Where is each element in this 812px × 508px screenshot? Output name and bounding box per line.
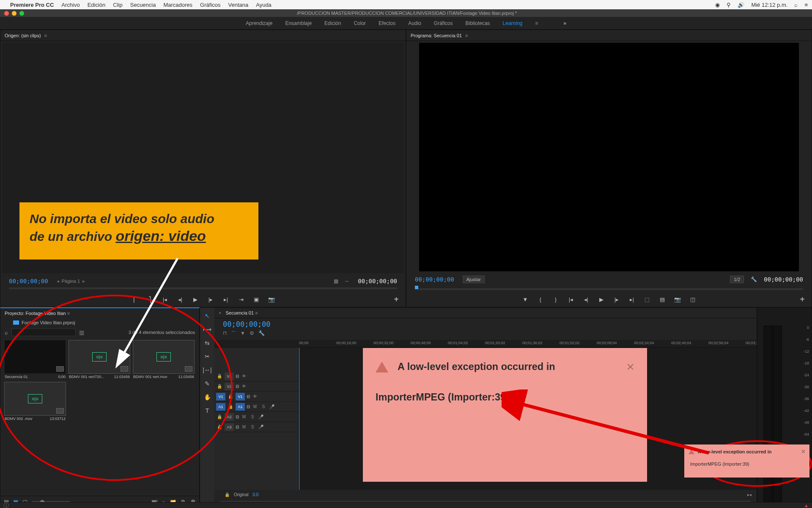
audio-track-header[interactable]: 🔒A3⊟MS🎤 [214, 422, 299, 432]
video-track-header[interactable]: 🔒V3⊟👁 [214, 371, 299, 381]
status-warning-icon[interactable]: ▲ [804, 503, 809, 508]
sync-lock-icon[interactable]: ⊟ [236, 384, 239, 389]
source-tab[interactable]: Origen: (sin clips) [5, 33, 41, 38]
menu-marcadores[interactable]: Marcadores [163, 2, 192, 8]
wifi-icon[interactable]: ⚲ [727, 2, 731, 8]
ws-aprendizaje[interactable]: Aprendizaje [246, 20, 272, 26]
mute-icon[interactable]: M [241, 425, 247, 429]
program-tab[interactable]: Programa: Secuencia 01 [411, 33, 462, 38]
track-target[interactable]: V3 [225, 373, 234, 380]
maximize-window-icon[interactable] [19, 11, 24, 16]
menu-secuencia[interactable]: Secuencia [130, 2, 156, 8]
ws-graficos[interactable]: Gráficos [434, 20, 453, 26]
timeline-ruler[interactable]: 00;0000;00;16;0000;00;32;0000;00;48;0000… [214, 340, 757, 348]
video-track-header[interactable]: V1🔒V1⊟👁 [214, 392, 299, 402]
close-window-icon[interactable] [4, 11, 9, 16]
mark-out-prog-icon[interactable]: } [552, 296, 560, 303]
project-thumb[interactable]: Secuencia 010;00 [5, 340, 66, 379]
program-tc-right[interactable]: 00;00;00;00 [764, 276, 803, 283]
play-prog-icon[interactable]: ▶ [598, 296, 605, 303]
page-next-icon[interactable]: ▸ [82, 278, 85, 284]
program-tab-menu-icon[interactable]: ≡ [465, 33, 468, 38]
lock-icon[interactable]: 🔒 [216, 425, 223, 429]
video-track-header[interactable]: 🔒V2⊟👁 [214, 381, 299, 392]
program-quality-icon[interactable]: 🔧 [751, 276, 757, 282]
source-scrubber[interactable] [9, 287, 397, 289]
sync-lock-icon[interactable]: ⊟ [236, 414, 239, 419]
razor-tool-icon[interactable]: ✂ [203, 352, 212, 361]
ws-edicion[interactable]: Edición [324, 20, 341, 26]
project-tab[interactable]: Proyecto: Footage Video Itian [5, 311, 66, 316]
menu-archivo[interactable]: Archivo [61, 2, 80, 8]
spotlight-icon[interactable]: ⌕ [794, 2, 798, 8]
hand-tool-icon[interactable]: ✋ [203, 392, 212, 402]
add-marker-icon[interactable]: ▼ [521, 296, 529, 303]
cc-icon[interactable]: ◉ [715, 2, 720, 8]
source-tab-menu-icon[interactable]: ≡ [44, 33, 47, 38]
program-scrubber[interactable] [415, 288, 803, 290]
ws-ensamblaje[interactable]: Ensamblaje [285, 20, 312, 26]
ripple-tool-icon[interactable]: ⇆ [203, 338, 212, 348]
track-select-tool-icon[interactable]: ⟼ [203, 325, 212, 334]
lock-original-icon[interactable]: 🔒 [225, 492, 230, 497]
voiceover-icon[interactable]: 🎤 [258, 425, 264, 429]
track-target[interactable]: V1 [236, 393, 245, 400]
program-viewer[interactable] [419, 43, 799, 271]
timeline-timecode[interactable]: 00;00;00;00 [223, 320, 271, 329]
menu-graficos[interactable]: Gráficos [200, 2, 220, 8]
minimize-window-icon[interactable] [12, 11, 16, 16]
sync-lock-icon[interactable]: ⊟ [247, 394, 250, 399]
menu-ventana[interactable]: Ventana [228, 2, 249, 8]
ws-color[interactable]: Color [354, 20, 366, 26]
track-target[interactable]: V2 [225, 383, 234, 390]
page-prev-icon[interactable]: ◂ [57, 278, 59, 284]
menu-extras-icon[interactable]: ≡ [804, 2, 808, 8]
lock-icon[interactable]: 🔒 [216, 374, 223, 378]
solo-icon[interactable]: S [249, 414, 256, 419]
menu-clip[interactable]: Clip [113, 2, 122, 8]
mute-icon[interactable]: M [241, 414, 247, 419]
extract-icon[interactable]: ▤ [658, 296, 666, 303]
settings-tl-icon[interactable]: ⚙ [250, 330, 254, 337]
go-out-icon[interactable]: ▸| [222, 296, 230, 303]
go-out-prog-icon[interactable]: ▸| [628, 296, 636, 303]
status-info-icon[interactable]: ⓘ [3, 502, 9, 508]
ws-learning[interactable]: Learning [503, 20, 523, 26]
project-search-input[interactable] [11, 329, 76, 336]
toggle-output-icon[interactable]: 👁 [241, 384, 247, 389]
filter-bin-icon[interactable]: ▥ [79, 329, 84, 336]
lock-icon[interactable]: 🔒 [216, 414, 223, 419]
toggle-output-icon[interactable]: 👁 [241, 374, 247, 378]
step-fwd-prog-icon[interactable]: |▸ [613, 296, 620, 303]
go-in-prog-icon[interactable]: |◂ [567, 296, 575, 303]
lock-icon[interactable]: 🔒 [227, 404, 234, 409]
linked-sel-icon[interactable]: ⌒ [231, 330, 236, 337]
mute-icon[interactable]: M [252, 404, 258, 409]
program-zoom-select[interactable]: 1/2 [730, 276, 744, 283]
menu-ayuda[interactable]: Ayuda [256, 2, 272, 8]
mark-in-prog-icon[interactable]: { [537, 296, 544, 303]
timeline-tab-menu-icon[interactable]: ≡ [255, 310, 258, 315]
lift-icon[interactable]: ⬚ [643, 296, 651, 303]
ws-bibliotecas[interactable]: Bibliotecas [466, 20, 490, 26]
lock-icon[interactable]: 🔒 [227, 394, 234, 399]
overwrite-icon[interactable]: ▣ [252, 296, 260, 303]
type-tool-icon[interactable]: T [203, 406, 212, 415]
source-patch-v[interactable]: V1 [216, 393, 225, 400]
app-name[interactable]: Premiere Pro CC [10, 2, 54, 8]
comparison-icon[interactable]: ◫ [689, 296, 697, 303]
pen-tool-icon[interactable]: ✎ [203, 379, 212, 388]
export-frame-prog-icon[interactable]: 📷 [674, 296, 681, 303]
export-frame-icon[interactable]: 📷 [268, 296, 275, 303]
track-target[interactable]: A3 [225, 423, 234, 431]
source-tc-left[interactable]: 00;00;00;00 [9, 278, 48, 284]
ws-audio[interactable]: Audio [408, 20, 421, 26]
sync-lock-icon[interactable]: ⊟ [236, 374, 239, 378]
add-button-prog-icon[interactable]: + [800, 295, 805, 304]
lock-icon[interactable]: 🔒 [216, 384, 223, 389]
insert-icon[interactable]: ⇥ [237, 296, 245, 303]
sync-lock-icon[interactable]: ⊟ [247, 404, 250, 409]
ws-overflow-icon[interactable]: » [563, 20, 566, 26]
source-settings-icon[interactable]: ▦ [334, 278, 338, 284]
volume-icon[interactable]: 🔊 [738, 2, 744, 8]
